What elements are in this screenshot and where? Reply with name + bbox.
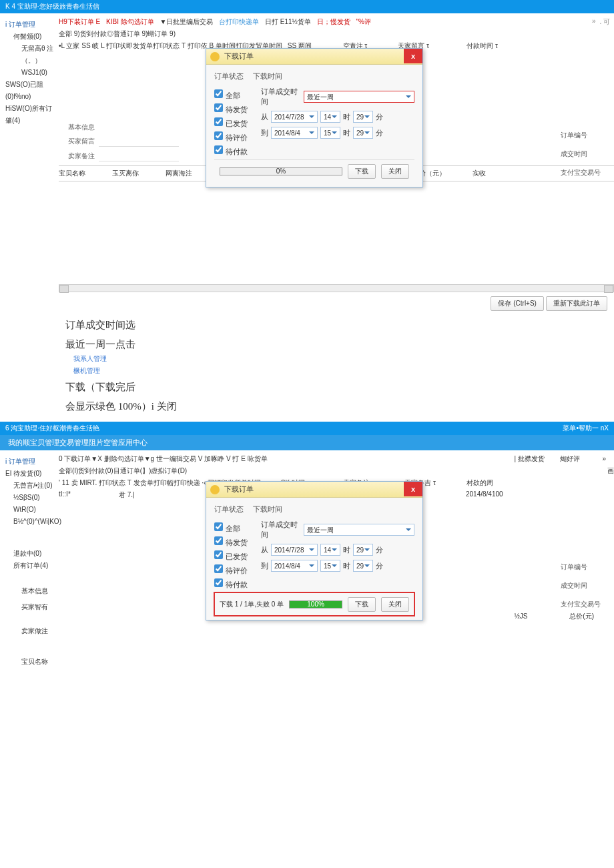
close-button[interactable]: 关闭 <box>381 164 409 179</box>
filter-tabs[interactable]: 全部 9)货到付款◎普通订单 9)蝴订单 9) <box>59 28 614 40</box>
chk-label: 待发货 <box>226 538 248 546</box>
date-from[interactable]: 2014/7/28 <box>271 544 318 556</box>
annotation-text: 会显示绿色 100%）i 关闭 <box>0 396 614 416</box>
chk-label: 全部 <box>226 524 240 532</box>
toolbar-more[interactable]: » <box>602 455 606 462</box>
sidebar-item[interactable]: B½^(0)^(Wi|KO) <box>5 516 56 528</box>
dialog-titlebar[interactable]: 下载订单 x <box>206 49 422 65</box>
horizontal-scrollbar[interactable] <box>59 284 614 292</box>
redownload-button[interactable]: 重新下载此订单 <box>546 296 607 311</box>
chk-shipped[interactable] <box>214 550 223 559</box>
dialog-titlebar[interactable]: 下载订单 x <box>206 482 422 498</box>
dialog-title-text: 下载订单 <box>224 52 254 60</box>
min-to[interactable]: 29 <box>353 560 373 572</box>
toolbar-more[interactable]: » <box>592 17 596 25</box>
chk-label: 待付款 <box>226 580 248 588</box>
toolbar-more[interactable]: . 可 <box>599 17 610 27</box>
sidebar-item[interactable]: HiSW(O)所有订肇(4) <box>5 103 56 127</box>
chk-wait-ship[interactable] <box>214 103 223 112</box>
th: ½JS <box>515 612 528 620</box>
info-input[interactable] <box>99 151 179 161</box>
min-from[interactable]: 29 <box>353 111 373 123</box>
download-button[interactable]: 下载 <box>348 164 376 179</box>
field-label: 支付宝交易号 <box>561 600 601 609</box>
toolbar-btn[interactable]: 煳好评 <box>560 455 580 462</box>
hour-from[interactable]: 14 <box>320 111 340 123</box>
unit: 分 <box>376 128 383 138</box>
sidebar-item[interactable]: 无曾言/•注(0) <box>5 480 56 492</box>
save-button[interactable]: 保存 (Ctrl+S) <box>491 296 544 311</box>
chk-wait-ship[interactable] <box>214 536 223 545</box>
sidebar-item[interactable]: EI 待发货(0) <box>5 468 56 480</box>
toolbar-btn[interactable]: 0 下载订单▼X 删除勾选订单▼g 世一编辑交易 V 加啄睁 V 打 E 咏货单 <box>59 455 268 462</box>
unit: 时 <box>343 112 350 122</box>
sidebar-item[interactable]: WtR(O) <box>5 504 56 516</box>
chk-label: 已发货 <box>226 552 248 560</box>
close-button[interactable]: 关闭 <box>381 597 409 612</box>
sidebar-item[interactable]: 何鬓颁(0) <box>5 31 56 43</box>
filter-tabs[interactable]: 全部(I)货到付款(0)目通订单(】)虚拟订单(D) 画 <box>59 465 614 477</box>
section-label: 下载时间 <box>253 504 282 514</box>
sidebar-link[interactable]: 我系人管理 <box>0 353 614 365</box>
toolbar-btn[interactable]: "%评 <box>356 18 370 25</box>
status-checkboxes: 全部 待发货 已发货 待评价 待付款 <box>214 87 257 159</box>
sidebar: i 订单管理 EI 待发货(0) 无曾言/•注(0) ½SβS(0) WtR(O… <box>0 453 59 707</box>
main-panel: 0 下载订单▼X 删除勾选订单▼g 世一编辑交易 V 加啄睁 V 打 E 咏货单… <box>59 453 614 707</box>
chk-pay[interactable] <box>214 578 223 587</box>
cell: tI::I* <box>59 490 119 500</box>
close-icon[interactable]: x <box>404 49 422 63</box>
progress-bar: 100% <box>289 600 342 608</box>
date-to[interactable]: 2014/8/4 <box>271 127 318 139</box>
info-label: 基本信息 <box>59 123 99 132</box>
toolbar-btn[interactable]: H9下装订单 E <box>59 18 100 25</box>
hour-from[interactable]: 14 <box>320 544 340 556</box>
date-to[interactable]: 2014/8/4 <box>271 560 318 572</box>
progress-bar: 0% <box>220 167 342 175</box>
info-input[interactable] <box>99 136 179 147</box>
min-from[interactable]: 29 <box>353 544 373 556</box>
dialog-icon <box>210 485 220 494</box>
help-link[interactable]: 菜单•帮助一 nX <box>563 424 609 433</box>
download-button[interactable]: 下载 <box>348 597 376 612</box>
titlebar: K 4 宝助理·您好级旅青春生活信 <box>0 0 614 13</box>
date-from[interactable]: 2014/7/28 <box>271 111 318 123</box>
dialog-title-text: 下载订单 <box>224 485 254 493</box>
annotation-text: 最近一周一点击 <box>0 334 614 354</box>
chk-all[interactable] <box>214 522 223 531</box>
app-window-2: 6 沟宝助理·住好枢潮青春生活艳 菜单•帮助一 nX 我的顺宝贝管理交易管理阻片… <box>0 422 614 707</box>
right-labels: 订单编号 成交时间 支付宝交易号 <box>561 121 601 187</box>
toolbar-btn[interactable]: | 批襟发货 <box>515 455 545 462</box>
toolbar-btn[interactable]: ▼日批里编后交易 <box>160 18 213 25</box>
chk-label: 待评价 <box>226 133 248 141</box>
sidebar-item[interactable]: SWS(O)已阻(0)f%no) <box>5 79 56 103</box>
chk-shipped[interactable] <box>214 117 223 126</box>
toolbar-btn[interactable]: 日；慢发货 <box>317 18 350 25</box>
sidebar-item[interactable]: 无留高θ 注（。） <box>5 43 56 67</box>
sidebar-link[interactable]: 橛机管理 <box>0 365 614 377</box>
sidebar-item[interactable]: WSJ1(0) <box>5 67 56 79</box>
toolbar-btn[interactable]: 日打 E11½货单 <box>265 18 311 25</box>
toolbar-btn[interactable]: KIBI 除勾选订单 <box>106 18 154 25</box>
unit: 时 <box>343 545 350 555</box>
th: 总价(元) <box>569 612 594 620</box>
chk-pay[interactable] <box>214 145 223 154</box>
nav-tabs[interactable]: 我的顺宝贝管理交易管理阻片空管应用中心 <box>0 435 614 450</box>
th: 宝贝名称 <box>5 656 56 668</box>
hour-to[interactable]: 15 <box>320 127 340 139</box>
min-to[interactable]: 29 <box>353 127 373 139</box>
hour-to[interactable]: 15 <box>320 560 340 572</box>
title-text: 6 沟宝助理·住好枢潮青春生活艳 <box>5 424 99 432</box>
toolbar-btn[interactable]: 台打印快递单 <box>219 18 259 25</box>
sidebar-item[interactable]: 退款中(0) <box>5 548 56 560</box>
sidebar-item[interactable]: 所有订单(4) <box>5 560 56 572</box>
tabs-tail: 画 <box>607 466 614 476</box>
col: 村欵的周 <box>467 478 493 488</box>
chk-all[interactable] <box>214 89 223 98</box>
time-range-combo[interactable]: 最近一周 <box>304 524 414 536</box>
field-label: 成交时间 <box>561 581 601 590</box>
chk-rate[interactable] <box>214 564 223 573</box>
chk-rate[interactable] <box>214 131 223 140</box>
sidebar-item[interactable]: ½SβS(0) <box>5 492 56 504</box>
close-icon[interactable]: x <box>404 482 422 496</box>
time-range-combo[interactable]: 最近一周 <box>304 91 414 103</box>
